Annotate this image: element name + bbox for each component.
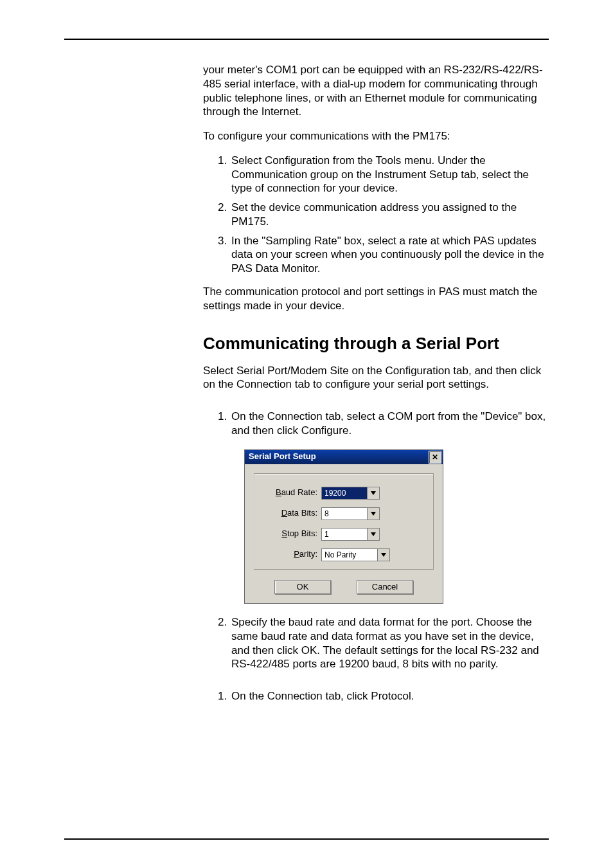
serial-port-dialog: Serial Port Setup ✕ Baud Rate: 19200 [244,449,443,604]
parity-select[interactable]: No Parity [321,548,390,561]
ok-button[interactable]: OK [274,580,331,595]
data-bits-label: Data Bits: [266,508,317,519]
chevron-down-icon [371,532,376,536]
parity-label: Parity: [266,549,317,560]
data-bits-row: Data Bits: 8 [266,507,422,520]
parity-dropdown-button[interactable] [378,548,390,561]
dialog-titlebar[interactable]: Serial Port Setup ✕ [245,450,443,464]
baud-rate-label: Baud Rate: [266,487,317,498]
intro-step-2: Set the device communication address you… [230,201,549,229]
intro-step-3: In the "Sampling Rate" box, select a rat… [230,234,549,276]
stop-bits-label: Stop Bits: [266,529,317,539]
section-para-1: Select Serial Port/Modem Site on the Con… [203,364,549,392]
intro-step-1: Select Configuration from the Tools menu… [230,154,549,195]
content: your meter's COM1 port can be equipped w… [203,63,549,703]
intro-para-2: To configure your communications with th… [203,129,549,143]
top-rule [64,39,549,40]
chevron-down-icon [371,491,376,495]
section-steps-a: On the Connection tab, select a COM port… [203,410,549,438]
section-steps-c: On the Connection tab, click Protocol. [203,689,549,703]
stop-bits-select[interactable]: 1 [321,528,380,541]
stop-bits-row: Stop Bits: 1 [266,528,422,541]
section-heading: Communicating through a Serial Port [203,333,549,354]
page: your meter's COM1 port can be equipped w… [0,0,613,868]
parity-row: Parity: No Parity [266,548,422,561]
cancel-button[interactable]: Cancel [357,580,413,595]
section-steps-b: Specify the baud rate and data format fo… [203,615,549,671]
data-bits-value: 8 [321,507,368,520]
section-step-1: On the Connection tab, select a COM port… [230,410,549,438]
chevron-down-icon [381,553,386,557]
baud-rate-value: 19200 [321,487,368,500]
intro-para-1: your meter's COM1 port can be equipped w… [203,63,549,119]
data-bits-select[interactable]: 8 [321,507,380,520]
parity-value: No Parity [321,548,378,561]
data-bits-dropdown-button[interactable] [368,507,380,520]
baud-rate-row: Baud Rate: 19200 [266,487,422,500]
baud-rate-select[interactable]: 19200 [321,487,380,500]
close-icon: ✕ [432,453,438,461]
section-after-step: On the Connection tab, click Protocol. [230,689,549,703]
section-step-2: Specify the baud rate and data format fo… [230,615,549,671]
intro-para-3: The communication protocol and port sett… [203,285,549,313]
bottom-rule [64,838,549,840]
dialog-title: Serial Port Setup [249,451,429,462]
baud-rate-dropdown-button[interactable] [368,487,380,500]
stop-bits-dropdown-button[interactable] [368,528,380,541]
intro-steps: Select Configuration from the Tools menu… [203,154,549,276]
dialog-button-row: OK Cancel [245,576,443,604]
dialog-panel: Baud Rate: 19200 Data Bits: 8 [254,473,434,570]
chevron-down-icon [371,512,376,516]
stop-bits-value: 1 [321,528,368,541]
close-button[interactable]: ✕ [429,451,441,464]
